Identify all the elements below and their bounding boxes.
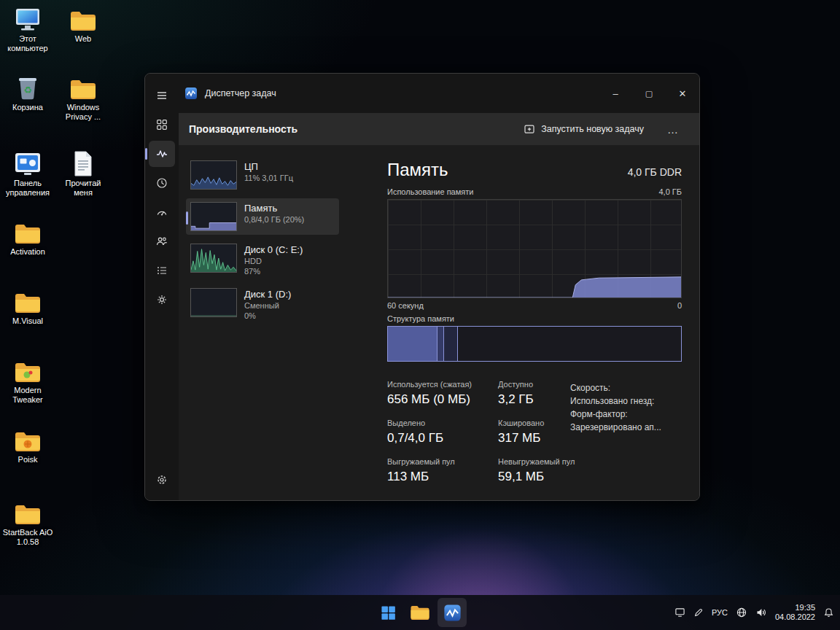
document-icon (73, 150, 93, 176)
sidebar-item-details[interactable] (149, 257, 175, 284)
desktop-icon-activation[interactable]: Activation (0, 219, 55, 257)
memory-sparkline (190, 202, 237, 231)
run-new-task-button[interactable]: Запустить новую задачу (516, 119, 651, 139)
desktop-icon-modern-tweaker[interactable]: Modern Tweaker (0, 357, 55, 405)
perf-item-name: ЦП (244, 161, 293, 172)
hamburger-menu-button[interactable] (149, 82, 175, 109)
desktop-icon-label: Этот компьютер (1, 34, 55, 53)
stat-label: Доступно (498, 380, 575, 389)
taskbar: РУС 19:35 04.08.2022 (0, 595, 840, 630)
memory-graph-area (388, 277, 681, 298)
stat-value: 59,1 МБ (498, 470, 575, 484)
folder-icon (410, 604, 430, 621)
notifications-bell-icon[interactable] (823, 607, 834, 618)
file-explorer-button[interactable] (405, 598, 435, 627)
task-manager-taskbar-button[interactable] (438, 598, 467, 627)
desktop-icon-web[interactable]: Web (55, 6, 111, 44)
perf-item-cpu[interactable]: ЦП11% 3,01 ГГц (186, 157, 339, 193)
start-button[interactable] (373, 598, 402, 627)
sidebar-item-app-history[interactable] (149, 170, 175, 196)
perf-item-memory[interactable]: Память0,8/4,0 ГБ (20%) (186, 198, 339, 235)
memory-side-info: Скорость: Использовано гнезд: Форм-факто… (570, 381, 661, 434)
desktop-icon-readme[interactable]: Прочитай меня (55, 150, 111, 198)
desktop-icon-label: Windows Privacy ... (56, 103, 110, 122)
side-info-line: Форм-фактор: (570, 408, 661, 421)
folder-icon (14, 499, 42, 526)
sidebar-item-processes[interactable] (149, 112, 175, 138)
perf-item-disk1[interactable]: Диск 1 (D:)Сменный0% (186, 284, 339, 324)
window-title: Диспетчер задач (205, 88, 276, 98)
memory-usage-chart (387, 199, 682, 298)
task-manager-window: Диспетчер задач – ▢ ✕ Производительность… (144, 73, 700, 501)
folder-icon (69, 74, 97, 101)
side-info-line: Зарезервировано ап... (570, 421, 661, 434)
recycle-bin-icon: ♻ (17, 74, 39, 101)
performance-pulse-icon (156, 148, 168, 160)
folder-icon (14, 219, 42, 245)
network-globe-icon[interactable] (736, 607, 747, 618)
perf-item-disk0[interactable]: Диск 0 (C: E:)HDD87% (186, 240, 339, 279)
perf-item-name: Диск 1 (D:) (244, 289, 291, 300)
desktop-icon-this-pc[interactable]: Этот компьютер (0, 6, 55, 53)
maximize-button[interactable]: ▢ (632, 74, 666, 113)
stat-label: Невыгружаемый пул (498, 457, 575, 466)
stat-label: Кэшировано (498, 419, 575, 427)
performance-list: ЦП11% 3,01 ГГц Память0,8/4,0 ГБ (20%) Ди… (186, 157, 339, 329)
stat-label: Выделено (387, 419, 498, 427)
date: 04.08.2022 (775, 612, 815, 622)
more-options-button[interactable]: … (661, 120, 685, 139)
desktop-icon-label: Poisk (18, 455, 38, 464)
close-button[interactable]: ✕ (666, 74, 699, 113)
desktop-icon-label: Web (75, 34, 91, 44)
memory-usage-label: Использование памяти (387, 187, 473, 196)
desktop-icon-label: Панель управления (1, 179, 55, 198)
stat-value: 656 МБ (0 МБ) (387, 392, 498, 407)
desktop-icon-label: Корзина (12, 103, 43, 112)
new-task-icon (524, 123, 535, 135)
perf-item-sub: Сменный (244, 301, 291, 310)
memory-detail-pane: Память 4,0 ГБ DDR Использование памяти 4… (387, 145, 682, 500)
titlebar: Диспетчер задач – ▢ ✕ (179, 74, 699, 113)
processes-grid-icon (156, 119, 168, 131)
cpu-sparkline (190, 160, 237, 190)
disk1-sparkline (190, 288, 237, 317)
desktop-icon-startback[interactable]: StartBack AiO 1.0.58 (0, 499, 55, 547)
perf-item-sub2: 0% (244, 311, 291, 320)
task-manager-app-icon (184, 87, 198, 100)
sidebar-item-settings[interactable] (149, 467, 175, 493)
sidebar-item-services[interactable] (149, 287, 175, 313)
desktop-icon-mvisual[interactable]: M.Visual (0, 288, 55, 326)
tray-display-icon[interactable] (674, 607, 685, 618)
language-indicator[interactable]: РУС (712, 608, 728, 617)
desktop-icon-label: Прочитай меня (56, 179, 110, 198)
sidebar-item-performance[interactable] (149, 141, 175, 167)
stat-value: 113 МБ (387, 470, 498, 484)
windows-logo-icon (381, 605, 396, 621)
volume-icon[interactable] (755, 607, 767, 618)
perf-item-sub2: 87% (244, 267, 303, 276)
minimize-button[interactable]: – (599, 74, 632, 113)
chart-axis-right: 0 (677, 301, 682, 310)
desktop-icon-recycle-bin[interactable]: ♻ Корзина (0, 74, 55, 112)
tray-pen-icon[interactable] (693, 607, 704, 618)
desktop-icon-label: StartBack AiO 1.0.58 (1, 528, 55, 547)
memory-composition-label: Структура памяти (387, 314, 454, 323)
sidebar-item-startup-apps[interactable] (149, 199, 175, 225)
services-icon (156, 294, 168, 306)
folder-icon (69, 6, 97, 32)
nav-rail (145, 74, 179, 500)
stat-value: 3,2 ГБ (498, 392, 575, 407)
perf-item-name: Диск 0 (C: E:) (244, 244, 303, 255)
gear-icon (156, 474, 168, 486)
side-info-line: Скорость: (570, 381, 661, 394)
sidebar-item-users[interactable] (149, 228, 175, 254)
desktop-icon-control-panel[interactable]: Панель управления (0, 150, 55, 198)
perf-item-sub: 11% 3,01 ГГц (244, 174, 293, 182)
desktop-icon-windows-privacy[interactable]: Windows Privacy ... (55, 74, 111, 122)
perf-item-sub: HDD (244, 257, 303, 265)
hamburger-icon (156, 90, 168, 101)
clock[interactable]: 19:35 04.08.2022 (775, 603, 815, 622)
desktop-icon-poisk[interactable]: Poisk (0, 427, 55, 464)
memory-hardware-info: 4,0 ГБ DDR (628, 166, 682, 178)
folder-search-icon (14, 427, 42, 453)
